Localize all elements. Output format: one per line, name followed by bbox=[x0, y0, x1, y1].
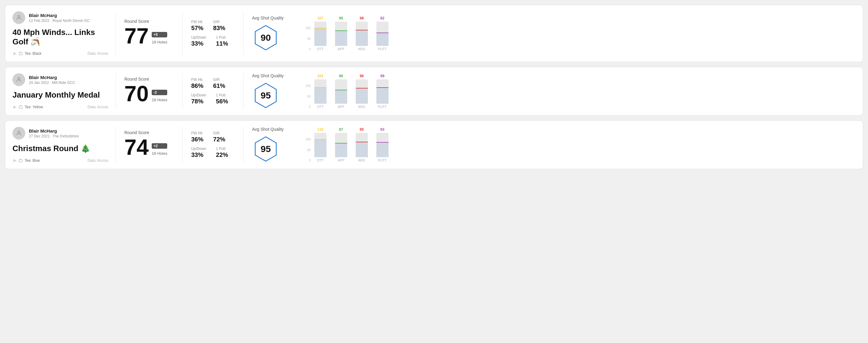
stat-oneputt: 1 Putt22% bbox=[216, 147, 228, 158]
data-source: Data: Arccos bbox=[88, 105, 108, 109]
bar-wrapper-putt bbox=[376, 80, 389, 104]
bar-fill-putt bbox=[376, 143, 389, 157]
user-text: Blair McHarg27 Dec 2021 · The Oxfordshir… bbox=[29, 128, 79, 138]
stat-oneputt: 1 Putt56% bbox=[216, 93, 228, 105]
bar-wrapper-putt bbox=[376, 133, 389, 157]
stat-value-updown: 33% bbox=[191, 40, 206, 47]
bar-marker-arg bbox=[356, 30, 368, 30]
score-label: Round Score bbox=[124, 76, 174, 82]
chart-col-app: 95APP bbox=[333, 16, 349, 51]
data-source: Data: Arccos bbox=[88, 52, 108, 56]
score-meta: +218 Holes bbox=[152, 143, 167, 156]
stat-value-fw-hit: 86% bbox=[191, 83, 204, 89]
chart-y-axis: 100500 bbox=[306, 84, 311, 108]
card-footer: Tee: BlackData: Arccos bbox=[12, 52, 108, 56]
bar-marker-ott bbox=[314, 87, 327, 88]
chart-y-axis: 100500 bbox=[306, 27, 311, 51]
bag-icon bbox=[19, 105, 23, 109]
stats-section: FW Hit36%GIR72%Up/Down33%1 Putt22% bbox=[183, 127, 244, 163]
chart-col-ott: 101OTT bbox=[313, 74, 328, 108]
stat-gir: GIR83% bbox=[213, 20, 225, 32]
quality-label: Avg Shot Quality bbox=[252, 15, 284, 20]
quality-section: Avg Shot Quality95 bbox=[244, 73, 298, 109]
bar-marker-app bbox=[335, 90, 347, 90]
chart-col-app: 87APP bbox=[333, 127, 349, 162]
stat-value-gir: 72% bbox=[213, 136, 225, 143]
bar-wrapper-app bbox=[335, 133, 347, 157]
bag-icon bbox=[19, 52, 23, 56]
bar-marker-putt bbox=[376, 87, 389, 88]
score-label: Round Score bbox=[124, 130, 174, 135]
score-meta: -218 Holes bbox=[152, 90, 167, 102]
chart-bottom-label-ott: OTT bbox=[317, 47, 324, 51]
chart-bottom-label-putt: PUTT bbox=[378, 105, 387, 108]
bar-marker-app bbox=[335, 143, 347, 144]
quality-label: Avg Shot Quality bbox=[252, 127, 284, 132]
chart-top-label-ott: 107 bbox=[317, 16, 323, 20]
chart-bottom-label-arg: ARG bbox=[358, 158, 366, 162]
user-name: Blair McHarg bbox=[29, 13, 90, 18]
weather-icon bbox=[12, 158, 17, 163]
stat-label-oneputt: 1 Putt bbox=[216, 93, 228, 97]
weather-icon bbox=[12, 105, 17, 109]
stat-updown: Up/Down33% bbox=[191, 35, 206, 47]
chart-top-label-putt: 82 bbox=[380, 16, 384, 20]
stats-row-top: FW Hit36%GIR72% bbox=[191, 131, 235, 143]
score-number: 70 bbox=[124, 83, 149, 104]
round-card-1: Blair McHarg12 Feb 2022 · Royal North De… bbox=[5, 5, 863, 62]
chart-col-putt: 99PUTT bbox=[375, 74, 391, 108]
chart-top-label-arg: 95 bbox=[360, 127, 364, 132]
stat-fw-hit: FW Hit57% bbox=[191, 20, 204, 32]
chart-top-label-putt: 93 bbox=[380, 127, 384, 132]
user-date-course: 12 Feb 2022 · Royal North Devon GC bbox=[29, 19, 90, 23]
bar-wrapper-arg bbox=[356, 133, 368, 157]
round-title: January Monthly Medal bbox=[12, 90, 108, 100]
hexagon-container: 90 bbox=[252, 24, 279, 52]
stat-value-updown: 33% bbox=[191, 151, 206, 158]
chart-section: 100500101OTT86APP96ARG99PUTT bbox=[298, 73, 856, 109]
avatar bbox=[12, 73, 25, 86]
left-section: Blair McHarg29 Jan 2022 · Mill Ride GCCJ… bbox=[12, 73, 116, 109]
stat-updown: Up/Down78% bbox=[191, 93, 206, 105]
stat-label-updown: Up/Down bbox=[191, 93, 206, 97]
stats-row-top: FW Hit57%GIR83% bbox=[191, 20, 235, 32]
chart-col-arg: 96ARG bbox=[354, 74, 370, 108]
chart-bottom-label-app: APP bbox=[338, 47, 344, 51]
stat-label-gir: GIR bbox=[213, 131, 225, 135]
avatar bbox=[12, 127, 25, 139]
stat-label-gir: GIR bbox=[213, 20, 225, 24]
bar-fill-app bbox=[335, 144, 347, 157]
score-row: 77+518 Holes bbox=[124, 25, 174, 47]
quality-score: 95 bbox=[260, 144, 271, 154]
left-section: Blair McHarg12 Feb 2022 · Royal North De… bbox=[12, 11, 116, 56]
stats-row-bottom: Up/Down78%1 Putt56% bbox=[191, 93, 235, 105]
chart-bottom-label-putt: PUTT bbox=[378, 158, 387, 162]
user-info: Blair McHarg29 Jan 2022 · Mill Ride GCC bbox=[12, 73, 108, 86]
score-label: Round Score bbox=[124, 19, 174, 24]
stat-value-fw-hit: 57% bbox=[191, 25, 204, 32]
stats-row-bottom: Up/Down33%1 Putt11% bbox=[191, 35, 235, 47]
card-footer: Tee: BlueData: Arccos bbox=[12, 158, 108, 163]
stat-label-oneputt: 1 Putt bbox=[216, 147, 228, 151]
score-badge: +2 bbox=[152, 143, 167, 149]
bar-marker-app bbox=[335, 30, 347, 31]
quality-score: 95 bbox=[260, 90, 271, 101]
chart-col-putt: 82PUTT bbox=[375, 16, 391, 51]
score-badge: +5 bbox=[152, 32, 167, 37]
bar-wrapper-arg bbox=[356, 80, 368, 104]
stat-value-updown: 78% bbox=[191, 98, 206, 105]
user-text: Blair McHarg29 Jan 2022 · Mill Ride GCC bbox=[29, 75, 75, 85]
chart-top-label-arg: 98 bbox=[360, 16, 364, 20]
chart-col-arg: 95ARG bbox=[354, 127, 370, 162]
chart-bottom-label-app: APP bbox=[338, 158, 344, 162]
user-info: Blair McHarg12 Feb 2022 · Royal North De… bbox=[12, 11, 108, 24]
stat-value-gir: 83% bbox=[213, 25, 225, 32]
chart-section: 100500110OTT87APP95ARG93PUTT bbox=[298, 127, 856, 163]
user-date-course: 27 Dec 2021 · The Oxfordshire bbox=[29, 134, 79, 138]
bar-marker-arg bbox=[356, 142, 368, 142]
weather-icon bbox=[12, 52, 17, 56]
bar-fill-arg bbox=[356, 30, 368, 46]
quality-label: Avg Shot Quality bbox=[252, 73, 284, 78]
chart-col-app: 86APP bbox=[333, 74, 349, 108]
score-number: 74 bbox=[124, 136, 149, 158]
